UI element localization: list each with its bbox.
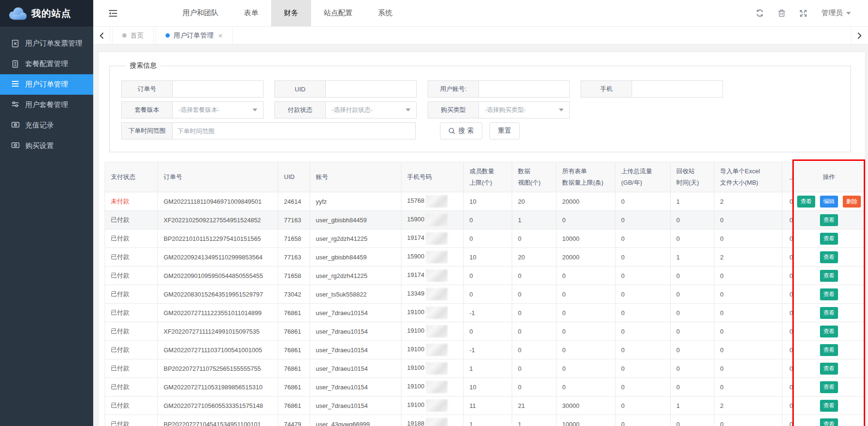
traffic-cell: 0 bbox=[615, 267, 671, 285]
column-header: 数据视图(个) bbox=[512, 162, 556, 192]
search-select[interactable]: -选择套餐版本- bbox=[172, 101, 263, 119]
select-placeholder: -选择购买类型- bbox=[485, 106, 526, 114]
view-button[interactable]: 查看 bbox=[820, 326, 838, 337]
top-nav-tabs: 用户和团队表单财务站点配置系统 bbox=[170, 0, 405, 26]
view-button[interactable]: 查看 bbox=[820, 288, 838, 300]
search-select[interactable]: -选择付款状态- bbox=[325, 101, 417, 119]
phone-redacted-blur bbox=[426, 325, 448, 337]
page-tab[interactable]: 用户订单管理× bbox=[156, 27, 233, 44]
search-input[interactable] bbox=[325, 80, 417, 98]
app-window: 我的站点 用户订单发票管理套餐配置管理用户订单管理用户套餐管理充值记录购买设置 … bbox=[0, 0, 868, 426]
edit-button[interactable]: 编辑 bbox=[820, 196, 838, 208]
top-nav-tab[interactable]: 用户和团队 bbox=[170, 0, 231, 26]
order-time-range-label: 下单时间范围 bbox=[121, 122, 172, 139]
phone-prefix: 19100 bbox=[407, 383, 424, 390]
menu-fold-icon[interactable] bbox=[108, 10, 117, 17]
member-limit-cell: -1 bbox=[464, 304, 512, 322]
sidebar-item[interactable]: 套餐配置管理 bbox=[0, 54, 93, 74]
operation-cell: 查看 bbox=[793, 285, 866, 304]
search-input[interactable] bbox=[172, 80, 263, 98]
traffic-cell: 0 bbox=[615, 396, 671, 415]
top-nav-tab[interactable]: 系统 bbox=[365, 0, 405, 26]
account-cell: user_7draeu10154 bbox=[310, 322, 401, 341]
refresh-icon[interactable] bbox=[756, 9, 764, 17]
search-select[interactable]: -选择购买类型- bbox=[478, 101, 570, 119]
column-header: 上 bbox=[782, 162, 793, 192]
column-header-line: 订单号 bbox=[164, 171, 276, 183]
search-select-field: 付款状态-选择付款状态- bbox=[274, 101, 417, 119]
trash-icon[interactable] bbox=[778, 9, 785, 17]
sidebar-item[interactable]: 购买设置 bbox=[0, 136, 93, 156]
tab-close-icon[interactable]: × bbox=[218, 31, 223, 40]
phone-redacted-blur bbox=[426, 251, 448, 263]
view-button[interactable]: 查看 bbox=[820, 381, 838, 393]
view-button[interactable]: 查看 bbox=[820, 214, 838, 226]
column-header: UID bbox=[278, 162, 310, 192]
chevron-down-icon bbox=[846, 12, 851, 15]
form-limit-cell: 20000 bbox=[556, 248, 615, 267]
order-no-cell: GM20220901095950544850555455 bbox=[158, 267, 278, 285]
search-panel: 搜索信息 订单号UID用户账号:手机 套餐版本-选择套餐版本-付款状态-选择付款… bbox=[109, 61, 851, 152]
search-text-field: UID bbox=[274, 80, 417, 98]
view-button[interactable]: 查看 bbox=[820, 233, 838, 245]
views-cell: 1 bbox=[512, 415, 556, 426]
column-header: 上传总流量(GB/年) bbox=[615, 162, 671, 192]
sidebar-item[interactable]: 用户订单发票管理 bbox=[0, 33, 93, 54]
phone-cell: 13349 bbox=[401, 285, 464, 304]
view-button[interactable]: 查看 bbox=[820, 251, 838, 263]
views-cell: 21 bbox=[512, 396, 556, 415]
search-select-field: 购买类型-选择购买类型- bbox=[428, 101, 570, 119]
clipped-column-cell: 0 bbox=[782, 378, 793, 396]
phone-redacted-blur bbox=[426, 362, 448, 375]
form-limit-cell: 0 bbox=[556, 322, 615, 341]
top-nav-tab[interactable]: 表单 bbox=[231, 0, 271, 26]
search-input[interactable] bbox=[632, 80, 723, 98]
tabs-scroll-left-icon[interactable] bbox=[93, 27, 110, 44]
search-field-label: 购买类型 bbox=[428, 101, 478, 119]
sidebar-item[interactable]: 充值记录 bbox=[0, 115, 93, 136]
excel-cell: 0 bbox=[714, 341, 782, 359]
view-button[interactable]: 查看 bbox=[820, 400, 838, 412]
search-button[interactable]: 搜 索 bbox=[440, 122, 482, 139]
sidebar-item[interactable]: 用户订单管理 bbox=[0, 74, 93, 95]
payment-status-cell: 已付款 bbox=[105, 267, 158, 285]
fullscreen-icon[interactable] bbox=[800, 10, 807, 17]
member-limit-cell: 10 bbox=[464, 378, 512, 396]
payment-status: 已付款 bbox=[111, 309, 129, 316]
package-config-icon bbox=[11, 60, 20, 68]
order-no-cell: GM20220924134951102999853564 bbox=[158, 248, 278, 267]
delete-button[interactable]: 删除 bbox=[843, 196, 861, 208]
excel-cell: 0 bbox=[714, 415, 782, 426]
uid-cell: 71658 bbox=[278, 229, 310, 248]
view-button[interactable]: 查看 bbox=[820, 418, 838, 426]
admin-menu[interactable]: 管理员 bbox=[821, 9, 851, 18]
column-header-line: 成员数量 bbox=[469, 166, 510, 177]
view-button[interactable]: 查看 bbox=[820, 363, 838, 375]
admin-label: 管理员 bbox=[821, 9, 843, 18]
column-header-line: 数据量上限(条) bbox=[562, 177, 613, 188]
form-limit-cell: 20000 bbox=[556, 192, 615, 211]
top-nav-tab[interactable]: 站点配置 bbox=[311, 0, 365, 26]
payment-status-cell: 已付款 bbox=[105, 415, 158, 426]
tabs-scroll-right-icon[interactable] bbox=[851, 27, 868, 44]
search-input[interactable] bbox=[478, 80, 570, 98]
reset-button[interactable]: 重置 bbox=[489, 122, 520, 139]
view-button[interactable]: 查看 bbox=[820, 307, 838, 319]
account-cell: user_7draeu10154 bbox=[310, 304, 401, 322]
view-button[interactable]: 查看 bbox=[797, 196, 815, 208]
uid-cell: 77163 bbox=[278, 211, 310, 229]
tab-dot-icon bbox=[166, 33, 170, 38]
sidebar-item[interactable]: 用户套餐管理 bbox=[0, 95, 93, 115]
view-button[interactable]: 查看 bbox=[820, 270, 838, 282]
order-time-range-input[interactable] bbox=[172, 122, 416, 139]
phone-cell: 19174 bbox=[401, 267, 464, 285]
column-header-line: (GB/年) bbox=[621, 177, 668, 188]
top-nav-tab[interactable]: 财务 bbox=[271, 0, 311, 26]
clipped-column-cell: 0 bbox=[782, 396, 793, 415]
operation-cell: 查看 bbox=[793, 304, 866, 322]
page-tab[interactable]: 首页 bbox=[112, 27, 154, 44]
site-title: 我的站点 bbox=[31, 7, 71, 20]
site-logo[interactable]: 我的站点 bbox=[0, 0, 93, 27]
traffic-cell: 0 bbox=[615, 229, 671, 248]
view-button[interactable]: 查看 bbox=[820, 344, 838, 356]
